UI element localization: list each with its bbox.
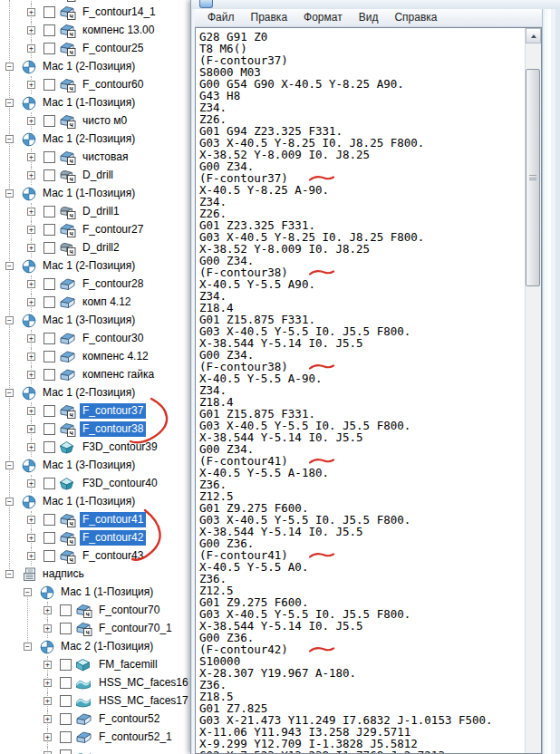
operation-checkbox[interactable] xyxy=(43,115,55,127)
collapse-icon[interactable]: − xyxy=(5,389,14,397)
tree-row-label[interactable]: Мас 1 (3-Позиция) xyxy=(40,313,138,328)
operation-checkbox[interactable] xyxy=(43,169,55,181)
tree-row-label[interactable]: F_contour25 xyxy=(80,41,146,56)
tree-row-label[interactable]: F3D_contour40 xyxy=(80,476,160,491)
collapse-icon[interactable]: − xyxy=(5,498,14,506)
tree-row-label[interactable]: F_contour37 xyxy=(80,403,146,419)
expand-icon[interactable]: + xyxy=(27,443,35,451)
menu-item[interactable]: Правка xyxy=(243,9,296,26)
expand-icon[interactable]: + xyxy=(27,44,35,53)
scrollbar-thumb[interactable] xyxy=(526,69,540,286)
expand-icon[interactable]: + xyxy=(27,244,35,252)
operation-checkbox[interactable] xyxy=(43,405,55,417)
tree-row-label[interactable]: F_contour38 xyxy=(80,421,146,437)
tree-row-label[interactable]: F_contour28 xyxy=(80,276,146,292)
expand-icon[interactable]: + xyxy=(43,679,52,687)
tree-row-label[interactable]: F_contour52_1 xyxy=(96,730,175,745)
collapse-icon[interactable]: − xyxy=(5,316,14,324)
collapse-icon[interactable]: − xyxy=(5,99,14,107)
tree-row-label[interactable]: D_drill xyxy=(80,168,116,183)
collapse-icon[interactable]: − xyxy=(24,643,32,651)
tree-row-label[interactable]: надпись xyxy=(40,566,87,582)
tree-row-label[interactable]: Мас 1 (2-Позиция) xyxy=(40,385,138,401)
tree-row-label[interactable]: компенс 13.00 xyxy=(80,23,157,38)
operation-checkbox[interactable] xyxy=(60,623,72,634)
tree-row-label[interactable]: F_contour42 xyxy=(80,530,146,546)
tree-row-label[interactable]: F_contour30 xyxy=(80,331,146,346)
tree-row-label[interactable]: Мас 1 (1-Позиция) xyxy=(58,585,156,600)
tree-row-label[interactable]: HSS_MC_faces16 xyxy=(96,675,191,691)
collapse-icon[interactable]: − xyxy=(5,461,14,469)
expand-icon[interactable]: + xyxy=(27,8,35,16)
operation-checkbox[interactable] xyxy=(60,749,72,754)
tree-row-label[interactable]: Мас 1 (3-Позиция) xyxy=(40,458,138,473)
operation-checkbox[interactable] xyxy=(60,659,72,671)
expand-icon[interactable]: + xyxy=(27,425,35,433)
operation-checkbox[interactable] xyxy=(43,296,55,308)
operation-checkbox[interactable] xyxy=(43,333,55,344)
tree-row-label[interactable]: компенс 4.12 xyxy=(80,349,151,364)
collapse-icon[interactable]: − xyxy=(24,588,32,596)
expand-icon[interactable]: + xyxy=(43,697,52,705)
expand-icon[interactable]: + xyxy=(27,208,35,216)
tree-row-label[interactable]: компенс гайка xyxy=(80,367,157,382)
tree-row-label[interactable]: FM_facemill xyxy=(96,657,160,672)
operation-checkbox[interactable] xyxy=(43,351,55,362)
operation-checkbox[interactable] xyxy=(43,278,55,290)
expand-icon[interactable]: + xyxy=(27,226,35,234)
expand-icon[interactable]: + xyxy=(43,733,52,741)
expand-icon[interactable]: + xyxy=(43,606,52,614)
expand-icon[interactable]: + xyxy=(27,334,35,343)
expand-icon[interactable]: + xyxy=(43,661,52,669)
menu-item[interactable]: Вид xyxy=(351,9,387,26)
tree-row-label[interactable]: Мас 1 (1-Позиция) xyxy=(40,186,138,201)
tree-row-label[interactable] xyxy=(96,748,101,749)
operation-checkbox[interactable] xyxy=(43,24,55,36)
tree-row-label[interactable]: F_contour27 xyxy=(80,222,146,237)
operation-checkbox[interactable] xyxy=(60,713,72,725)
expand-icon[interactable]: + xyxy=(27,117,35,125)
tree-row-label[interactable]: Мас 1 (1-Позиция) xyxy=(40,95,138,111)
expand-icon[interactable]: + xyxy=(27,534,35,542)
collapse-icon[interactable]: − xyxy=(5,135,14,143)
operation-checkbox[interactable] xyxy=(60,695,72,707)
operation-checkbox[interactable] xyxy=(60,677,72,689)
tree-row-label[interactable]: F_contour52 xyxy=(96,711,162,727)
expand-icon[interactable]: + xyxy=(27,479,35,488)
tree-row-label[interactable]: комп 4.12 xyxy=(80,295,134,310)
operation-checkbox[interactable] xyxy=(43,79,55,91)
gcode-text-area[interactable]: G28 G91 Z0T8 M6()(F-contour37)S8000 M03G… xyxy=(196,28,525,753)
vertical-scrollbar[interactable] xyxy=(525,28,541,753)
operation-checkbox[interactable] xyxy=(43,532,55,544)
tree-row-label[interactable]: D_drill1 xyxy=(80,204,122,219)
tree-row-label[interactable]: F_contour60 xyxy=(80,77,146,92)
menu-item[interactable]: Справка xyxy=(386,9,445,26)
expand-icon[interactable]: + xyxy=(27,280,35,288)
collapse-icon[interactable]: − xyxy=(5,189,14,198)
menu-item[interactable]: Файл xyxy=(199,9,243,26)
operation-checkbox[interactable] xyxy=(43,151,55,163)
tree-row-label[interactable]: F_contour70_1 xyxy=(96,621,175,636)
menu-item[interactable]: Формат xyxy=(295,9,351,26)
collapse-icon[interactable]: − xyxy=(5,570,14,578)
tree-row-label[interactable]: F_contour41 xyxy=(80,512,146,527)
operation-checkbox[interactable] xyxy=(43,242,55,254)
operation-checkbox[interactable] xyxy=(60,731,72,743)
tree-row-label[interactable]: Мас 1 (1-Позиция) xyxy=(40,494,138,509)
expand-icon[interactable]: + xyxy=(27,153,35,161)
scrollbar-up-button[interactable] xyxy=(526,28,541,44)
tree-row-label[interactable]: Мас 1 (2-Позиция) xyxy=(40,131,138,147)
expand-icon[interactable]: + xyxy=(27,353,35,361)
expand-icon[interactable]: + xyxy=(27,371,35,379)
expand-icon[interactable]: + xyxy=(43,624,52,633)
tree-row-label[interactable]: Мас 2 (1-Позиция) xyxy=(58,639,156,654)
tree-row-label[interactable]: D_drill2 xyxy=(80,240,122,256)
operation-checkbox[interactable] xyxy=(43,206,55,218)
operation-checkbox[interactable] xyxy=(43,369,55,381)
tree-row-label[interactable]: HSS_MC_faces17 xyxy=(96,693,191,709)
tree-row-label[interactable]: чистовая xyxy=(80,150,130,165)
operation-checkbox[interactable] xyxy=(60,604,72,616)
operation-checkbox[interactable] xyxy=(43,43,55,54)
operation-checkbox[interactable] xyxy=(43,514,55,526)
expand-icon[interactable]: + xyxy=(43,715,52,723)
